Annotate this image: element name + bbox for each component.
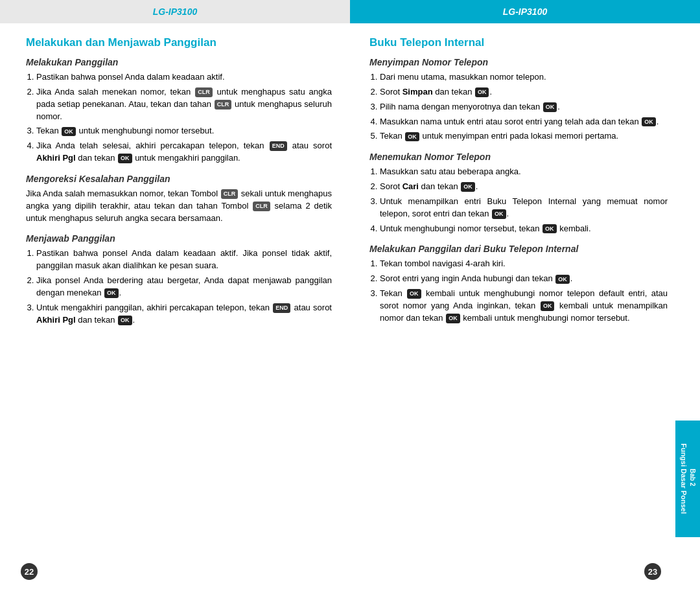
list-item: Sorot entri yang ingin Anda hubungi dan …: [380, 273, 668, 285]
list-item: Tekan OK kembali untuk menghubungi nomor…: [380, 288, 668, 325]
ok-badge: OK: [541, 301, 555, 311]
subsection-mengoreksi: Mengoreksi Kesalahan Panggilan: [26, 174, 332, 184]
list-item: Jika Anda salah menekan nomor, tekan CLR…: [36, 86, 332, 123]
list-item: Sorot Simpan dan tekan OK.: [380, 86, 668, 98]
list-item: Tekan OK untuk menghubungi nomor tersebu…: [36, 125, 332, 137]
menjawab-panggilan-list: Pastikan bahwa ponsel Anda dalam keadaan…: [26, 248, 332, 326]
right-header-title: LG-IP3100: [503, 6, 547, 17]
ok-badge: OK: [446, 314, 460, 323]
ok-badge: OK: [642, 117, 656, 127]
ok-badge: OK: [104, 288, 119, 298]
ok-badge: OK: [555, 275, 570, 284]
ok-badge: OK: [62, 127, 76, 137]
list-item: Masukkan nama untuk entri atau sorot ent…: [380, 116, 668, 128]
end-badge: END: [270, 141, 287, 151]
list-item: Dari menu utama, masukkan nomor telepon.: [380, 71, 668, 84]
list-item: Pastikan bahwa ponsel Anda dalam keadaan…: [36, 71, 332, 84]
list-item: Jika ponsel Anda berdering atau bergetar…: [36, 275, 332, 299]
list-item: Pastikan bahwa ponsel Anda dalam keadaan…: [36, 248, 332, 272]
ok-badge: OK: [542, 224, 557, 234]
list-item: Untuk menghubungi nomor tersebut, tekan …: [380, 223, 668, 235]
header-right: LG-IP3100: [350, 0, 700, 23]
list-item: Pilih nama dengan menyorotnya dan tekan …: [380, 101, 668, 113]
subsection-menjawab: Menjawab Panggilan: [26, 233, 332, 244]
clr-badge: CLR: [253, 202, 270, 211]
right-section-title: Buku Telepon Internal: [369, 36, 668, 49]
page-right: LG-IP3100 Buku Telepon Internal Menyimpa…: [350, 0, 700, 589]
list-item: Masukkan satu atau beberapa angka.: [380, 166, 668, 178]
left-section-title: Melakukan dan Menjawab Panggilan: [26, 36, 332, 49]
clr-badge: CLR: [195, 87, 213, 97]
ok-badge: OK: [461, 182, 475, 192]
bab-label: Bab 2: [688, 444, 697, 512]
left-header-title: LG-IP3100: [153, 6, 197, 17]
content-right: Buku Telepon Internal Menyimpan Nomor Te…: [350, 23, 700, 589]
ok-badge: OK: [405, 132, 419, 142]
page-number-right: 23: [644, 563, 661, 580]
side-tab-label: Fungsi Dasar Ponsel: [679, 444, 688, 514]
panggilan-buku-list: Tekan tombol navigasi 4-arah kiri. Sorot…: [369, 258, 668, 324]
ok-badge: OK: [543, 102, 557, 112]
subsection-menyimpan: Menyimpan Nomor Telepon: [369, 57, 668, 67]
list-item: Untuk mengakhiri panggilan, akhiri perca…: [36, 302, 332, 327]
list-item: Untuk menampilkan entri Buku Telepon Int…: [380, 196, 668, 220]
page-left: LG-IP3100 Melakukan dan Menjawab Panggil…: [0, 0, 350, 589]
subsection-panggilan-buku: Melakukan Panggilan dari Buku Telepon In…: [369, 244, 668, 254]
clr-badge: CLR: [221, 189, 239, 199]
page-number-left: 22: [21, 563, 38, 580]
ok-badge: OK: [407, 289, 421, 299]
clr-badge: CLR: [215, 100, 232, 110]
list-item: Tekan tombol navigasi 4-arah kiri.: [380, 258, 668, 270]
subsection-melakukan-panggilan: Melakukan Panggilan: [26, 57, 332, 67]
list-item: Sorot Cari dan tekan OK.: [380, 181, 668, 193]
subsection-menemukan: Menemukan Nomor Telepon: [369, 152, 668, 162]
side-tab-content: Bab 2 Fungsi Dasar Ponsel: [679, 444, 696, 514]
ok-badge: OK: [492, 209, 506, 219]
ok-badge: OK: [118, 154, 132, 163]
menemukan-list: Masukkan satu atau beberapa angka. Sorot…: [369, 166, 668, 235]
ok-badge: OK: [475, 87, 489, 97]
list-item: Jika Anda telah selesai, akhiri percakap…: [36, 140, 332, 165]
header-left: LG-IP3100: [0, 0, 350, 23]
end-badge: END: [273, 303, 290, 313]
menyimpan-list: Dari menu utama, masukkan nomor telepon.…: [369, 71, 668, 143]
content-left: Melakukan dan Menjawab Panggilan Melakuk…: [0, 23, 350, 589]
side-tab: Bab 2 Fungsi Dasar Ponsel: [675, 421, 700, 537]
list-item: Tekan OK untuk menyimpan entri pada loka…: [380, 130, 668, 143]
ok-badge: OK: [118, 316, 132, 325]
melakukan-panggilan-list: Pastikan bahwa ponsel Anda dalam keadaan…: [26, 71, 332, 165]
mengoreksi-paragraph: Jika Anda salah memasukkan nomor, tekan …: [26, 188, 332, 225]
